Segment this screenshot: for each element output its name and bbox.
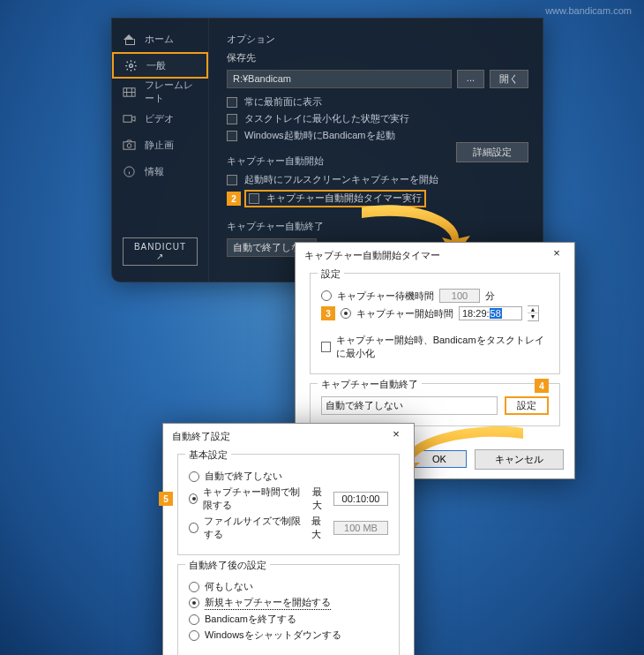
wait-unit: 分 [485, 290, 495, 303]
radio-wait[interactable] [321, 290, 332, 301]
starttime-label: キャプチャー開始時間 [356, 307, 453, 320]
cancel-button[interactable]: キャンセル [475, 449, 564, 470]
wait-input: 100 [439, 289, 480, 303]
fps-icon [123, 86, 136, 99]
savegroup-label: 保存先 [227, 51, 528, 64]
no-autoend-label: 自動で終了しない [205, 470, 282, 483]
sidebar-item-label: 情報 [145, 165, 164, 178]
chevron-up-icon: ▲ [528, 306, 538, 313]
save-path-input[interactable]: R:¥Bandicam [227, 70, 452, 88]
after-legend: 自動終了後の設定 [185, 559, 270, 572]
sidebar-item-home[interactable]: ホーム [112, 26, 208, 52]
close-icon[interactable]: × [387, 429, 405, 443]
svg-rect-3 [124, 141, 135, 148]
fullscreen-label: 起動時にフルスクリーンキャプチャーを開始 [244, 173, 438, 186]
checkbox-topmost[interactable] [227, 97, 237, 108]
after-frame: 自動終了後の設定 何もしない 新規キャプチャーを開始する Bandicamを終了… [177, 564, 400, 655]
boot-label: Windows起動時にBandicamを起動 [244, 129, 395, 142]
checkbox-mintray-timer[interactable] [321, 342, 331, 352]
timer-dialog-title: キャプチャー自動開始タイマー [304, 249, 440, 262]
checkbox-timer[interactable] [249, 193, 259, 204]
timer-settings-frame: 設定 キャプチャー待機時間 100 分 3 キャプチャー開始時間 18:29:5… [310, 273, 560, 374]
checkbox-boot[interactable] [227, 131, 237, 141]
timer-highlight: キャプチャー自動開始タイマー実行 [244, 190, 426, 207]
after-quit-label: Bandicamを終了する [205, 613, 296, 626]
basic-frame: 基本設定 自動で終了しない 5 キャプチャー時間で制限する 最大 00:10:0… [177, 454, 400, 555]
bandicut-button[interactable]: BANDICUT ↗ [123, 237, 198, 266]
sidebar-item-about[interactable]: 情報 [112, 158, 208, 184]
radio-limit-time[interactable] [189, 493, 198, 504]
gear-icon [124, 59, 138, 72]
checkbox-mintray[interactable] [227, 114, 237, 124]
radio-starttime[interactable] [341, 308, 351, 319]
sidebar-item-general[interactable]: 一般 [112, 52, 208, 79]
autoend-dialog: 自動終了設定 × 基本設定 自動で終了しない 5 キャプチャー時間で制限する 最… [162, 423, 415, 655]
limit-time-label: キャプチャー時間で制限する [203, 486, 307, 512]
basic-legend: 基本設定 [185, 448, 231, 462]
starttime-input[interactable]: 18:29:58 [459, 306, 522, 320]
badge-5: 5 [159, 492, 173, 506]
after-newcap-label: 新規キャプチャーを開始する [205, 596, 331, 610]
badge-2: 2 [227, 192, 241, 206]
mintray-timer-label: キャプチャー開始時、Bandicamをタスクトレイに最小化 [336, 334, 549, 360]
option-heading: オプション [227, 33, 528, 46]
badge-3: 3 [321, 306, 335, 320]
sidebar-item-label: フレームレート [145, 79, 198, 105]
wait-label: キャプチャー待機時間 [337, 290, 434, 303]
limit-size-max: 最大 [311, 515, 328, 541]
timer-label: キャプチャー自動開始タイマー実行 [266, 192, 422, 205]
timer-autoend-state: 自動で終了しない [321, 396, 498, 415]
browse-button[interactable]: ... [457, 70, 484, 88]
home-icon [123, 33, 136, 46]
after-shutdown-label: Windowsをシャットダウンする [205, 629, 341, 642]
limit-time-max: 最大 [312, 486, 328, 512]
svg-point-4 [127, 143, 131, 147]
video-icon [123, 112, 136, 125]
limit-size-label: ファイルサイズで制限する [204, 515, 306, 541]
autoend-settings-button[interactable]: 設定 [517, 400, 536, 410]
sidebar: ホーム 一般 フレームレート ビデオ 静止画 [112, 19, 209, 282]
info-icon [123, 165, 136, 178]
sidebar-item-label: 静止画 [145, 139, 174, 152]
radio-no-autoend[interactable] [189, 471, 199, 482]
radio-after-quit[interactable] [189, 614, 199, 625]
radio-after-newcap[interactable] [189, 598, 199, 608]
advanced-button[interactable]: 詳細設定 [456, 142, 528, 162]
timer-settings-legend: 設定 [318, 267, 344, 281]
sidebar-item-video[interactable]: ビデオ [112, 105, 208, 132]
checkbox-fullscreen[interactable] [227, 175, 237, 185]
limit-size-input: 100 MB [333, 521, 388, 535]
autoend-heading: キャプチャー自動終了 [227, 220, 528, 233]
badge-4: 4 [535, 379, 549, 393]
svg-point-0 [130, 64, 133, 67]
settings-highlight: 設定 [505, 396, 549, 415]
timer-autoend-legend: キャプチャー自動終了 [318, 378, 422, 391]
sidebar-item-label: ビデオ [145, 112, 174, 125]
chevron-down-icon: ▼ [528, 313, 538, 320]
autoend-dialog-title: 自動終了設定 [172, 430, 230, 443]
sidebar-item-label: ホーム [145, 33, 174, 46]
radio-after-shutdown[interactable] [189, 630, 199, 641]
radio-after-nothing[interactable] [189, 582, 199, 592]
after-nothing-label: 何もしない [205, 580, 253, 593]
time-spinner[interactable]: ▲▼ [528, 305, 539, 321]
camera-icon [123, 139, 136, 152]
timer-autoend-frame: キャプチャー自動終了 自動で終了しない 4 設定 [310, 383, 560, 426]
close-icon[interactable]: × [548, 248, 565, 262]
sidebar-item-label: 一般 [146, 59, 166, 72]
topmost-label: 常に最前面に表示 [244, 95, 322, 109]
svg-rect-2 [124, 115, 131, 122]
mintray-label: タスクトレイに最小化した状態で実行 [244, 112, 409, 125]
radio-limit-size[interactable] [189, 523, 198, 533]
limit-time-input[interactable]: 00:10:00 [333, 492, 388, 506]
sidebar-item-fps[interactable]: フレームレート [112, 79, 208, 105]
ok-button[interactable]: OK [412, 450, 467, 468]
sidebar-item-image[interactable]: 静止画 [112, 132, 208, 158]
open-button[interactable]: 開く [490, 70, 528, 88]
watermark: www.bandicam.com [545, 5, 632, 16]
